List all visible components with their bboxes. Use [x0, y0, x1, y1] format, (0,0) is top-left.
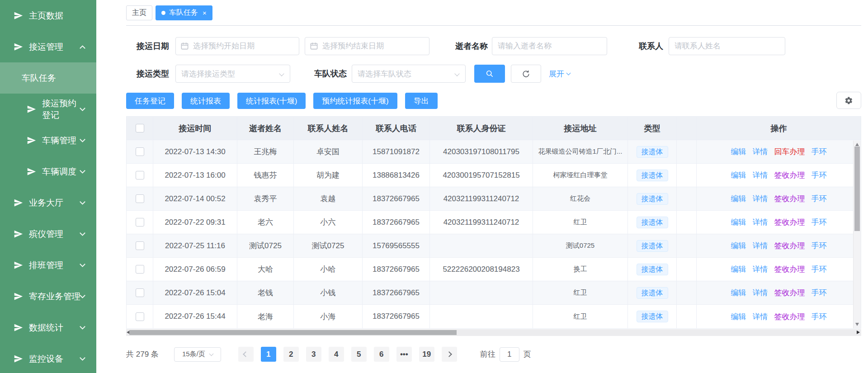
page-number-button[interactable]: 19	[419, 347, 434, 362]
sidebar-item[interactable]: 接运预约登记	[0, 94, 96, 125]
toolbar-button[interactable]: 任务登记	[126, 93, 174, 109]
detail-link[interactable]: 详情	[753, 241, 768, 251]
row-checkbox[interactable]	[136, 218, 144, 227]
fleet-status-label: 车队状态	[313, 68, 347, 79]
process-link[interactable]: 签收办理	[774, 170, 805, 180]
row-checkbox[interactable]	[136, 288, 144, 297]
detail-link[interactable]: 详情	[753, 312, 768, 322]
tab-fleet-task[interactable]: 车队任务 ×	[156, 5, 212, 20]
header-contact-phone: 联系人电话	[363, 117, 430, 140]
sidebar-item[interactable]: 业务大厅	[0, 187, 96, 218]
sidebar-item[interactable]: 车辆管理	[0, 125, 96, 156]
cell-deceased-name: 测试0725	[237, 234, 294, 257]
sidebar-item[interactable]: 监控设备	[0, 343, 96, 373]
calendar-icon	[310, 42, 318, 52]
header-type: 类型	[628, 117, 677, 140]
goto-page-input[interactable]	[500, 347, 519, 362]
process-link[interactable]: 回车办理	[774, 146, 805, 157]
edit-link[interactable]: 编辑	[731, 194, 746, 204]
page-number-button[interactable]: 4	[329, 347, 344, 362]
detail-link[interactable]: 详情	[753, 264, 768, 274]
wristband-link[interactable]: 手环	[811, 264, 827, 274]
select-all-checkbox[interactable]	[136, 124, 144, 132]
detail-link[interactable]: 详情	[753, 217, 768, 227]
wristband-link[interactable]: 手环	[811, 146, 827, 157]
row-checkbox[interactable]	[136, 265, 144, 274]
row-checkbox[interactable]	[136, 241, 144, 250]
edit-link[interactable]: 编辑	[731, 288, 746, 298]
vertical-scrollbar-thumb[interactable]	[854, 146, 860, 231]
sidebar-item[interactable]: 接运管理	[0, 31, 96, 62]
row-checkbox[interactable]	[136, 147, 144, 156]
page-number-button[interactable]: 5	[351, 347, 367, 362]
sidebar-item[interactable]: 殡仪管理	[0, 218, 96, 250]
process-link[interactable]: 签收办理	[774, 312, 805, 322]
detail-link[interactable]: 详情	[753, 194, 768, 204]
cell-operations: 编辑 详情 签收办理 手环	[697, 164, 861, 187]
wristband-link[interactable]: 手环	[811, 170, 827, 180]
cell-pickup-address: 红卫	[533, 305, 628, 328]
close-icon[interactable]: ×	[203, 9, 207, 16]
row-checkbox[interactable]	[136, 171, 144, 179]
edit-link[interactable]: 编辑	[731, 146, 746, 157]
row-checkbox[interactable]	[136, 194, 144, 203]
next-page-button[interactable]	[442, 347, 457, 362]
prev-page-button[interactable]	[238, 347, 254, 362]
sidebar-item[interactable]: 车辆调度	[0, 156, 96, 187]
sidebar-item[interactable]: 车队任务	[0, 62, 96, 94]
scroll-right-icon[interactable]	[857, 331, 860, 334]
sidebar-item[interactable]: 数据统计	[0, 312, 96, 343]
tab-home[interactable]: 主页	[126, 5, 152, 20]
pickup-type-placeholder: 请选择接运类型	[181, 69, 235, 79]
detail-link[interactable]: 详情	[753, 170, 768, 180]
row-checkbox[interactable]	[136, 312, 144, 321]
edit-link[interactable]: 编辑	[731, 170, 746, 180]
wristband-link[interactable]: 手环	[811, 288, 827, 298]
toolbar-button[interactable]: 统计报表	[182, 93, 230, 109]
page-number-button[interactable]: 3	[306, 347, 321, 362]
refresh-button[interactable]	[511, 65, 541, 83]
page-number-button[interactable]: 2	[283, 347, 299, 362]
detail-link[interactable]: 详情	[753, 146, 768, 157]
edit-link[interactable]: 编辑	[731, 312, 746, 322]
sidebar-item[interactable]: 排班管理	[0, 250, 96, 281]
scroll-up-icon[interactable]	[855, 143, 859, 146]
page-number-button[interactable]: •••	[396, 347, 412, 362]
start-date-input[interactable]	[175, 37, 299, 55]
page-number-button[interactable]: 1	[261, 347, 276, 362]
toolbar-button[interactable]: 统计报表(十堰)	[237, 93, 306, 109]
vertical-scrollbar[interactable]	[853, 141, 861, 328]
cell-pickup-time: 2022-07-26 15:04	[153, 281, 237, 304]
wristband-link[interactable]: 手环	[811, 217, 827, 227]
horizontal-scrollbar-thumb[interactable]	[129, 330, 457, 335]
edit-link[interactable]: 编辑	[731, 264, 746, 274]
wristband-link[interactable]: 手环	[811, 241, 827, 251]
detail-link[interactable]: 详情	[753, 288, 768, 298]
column-settings-button[interactable]	[836, 92, 861, 109]
deceased-name-input[interactable]	[492, 37, 607, 55]
sidebar-item[interactable]: 主页数据	[0, 0, 96, 31]
toolbar-button[interactable]: 导出	[405, 93, 438, 109]
expand-toggle[interactable]: 展开	[549, 69, 570, 79]
page-size-select[interactable]: 15条/页	[174, 347, 221, 362]
goto-label: 前往	[480, 349, 495, 359]
pickup-type-select[interactable]: 请选择接运类型	[175, 65, 290, 83]
scroll-down-icon[interactable]	[855, 323, 859, 326]
process-link[interactable]: 签收办理	[774, 241, 805, 251]
page-number-button[interactable]: 6	[374, 347, 389, 362]
process-link[interactable]: 签收办理	[774, 288, 805, 298]
wristband-link[interactable]: 手环	[811, 312, 827, 322]
search-button[interactable]	[474, 65, 505, 83]
wristband-link[interactable]: 手环	[811, 194, 827, 204]
toolbar-button[interactable]: 预约统计报表(十堰)	[313, 93, 397, 109]
process-link[interactable]: 签收办理	[774, 194, 805, 204]
process-link[interactable]: 签收办理	[774, 217, 805, 227]
sidebar-item[interactable]: 寄存业务管理	[0, 281, 96, 312]
process-link[interactable]: 签收办理	[774, 264, 805, 274]
edit-link[interactable]: 编辑	[731, 217, 746, 227]
fleet-status-select[interactable]: 请选择车队状态	[352, 65, 466, 83]
contact-input[interactable]	[669, 37, 785, 55]
end-date-input[interactable]	[305, 37, 429, 55]
edit-link[interactable]: 编辑	[731, 241, 746, 251]
horizontal-scrollbar[interactable]	[126, 329, 861, 336]
